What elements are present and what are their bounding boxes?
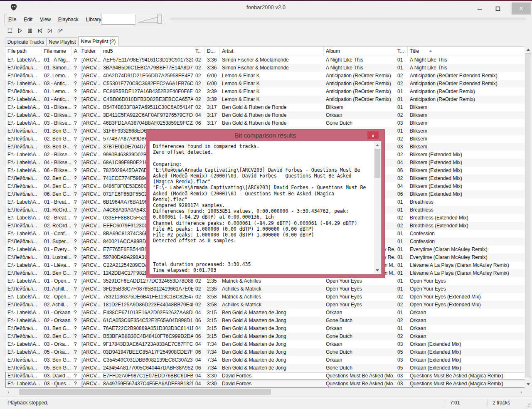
cell: David Forbes xyxy=(220,372,324,380)
table-row[interactable]: E:\- Labels\A...02 - Open...?[ARCV...783… xyxy=(5,293,525,301)
play-button[interactable] xyxy=(15,26,25,36)
cell: 01 - Orkaan xyxy=(42,309,72,317)
cell: E488CE671013E16A2D02F62637AA8DF6 xyxy=(101,309,193,317)
table-row[interactable]: E:\Лейблы\...02. Achill...?[ARCV...181D2… xyxy=(5,301,525,309)
table-row[interactable]: E:\- Labels\A...01 - A Nig...?[ARCV...AE… xyxy=(5,56,525,64)
cell: 3:30 xyxy=(205,372,220,380)
cell: E:\- Labels\A... xyxy=(5,309,42,317)
scroll-right-icon[interactable]: › xyxy=(518,389,525,395)
maximize-button[interactable] xyxy=(489,2,507,15)
dialog-scrollbar[interactable] xyxy=(374,142,381,273)
column-header-title[interactable]: Title xyxy=(408,47,525,56)
cell: 03. David ... xyxy=(42,372,72,380)
dialog-close-button[interactable]: x xyxy=(367,131,379,139)
titlebar[interactable]: foobar2000 v2.0 ✕ xyxy=(0,1,532,13)
table-row[interactable]: E:\- Labels\A...02 - Blikse...?[ARCV...3… xyxy=(5,111,525,119)
cell: [ARCV... xyxy=(79,340,101,348)
random-button[interactable]: ? xyxy=(55,26,65,36)
table-row[interactable]: E:\- Labels\A...03 - Antic...?[ARCV...C5… xyxy=(5,80,525,88)
dialog-scroll-thumb[interactable] xyxy=(374,149,380,178)
cell: Gone Dutch xyxy=(324,317,395,325)
scroll-down-icon[interactable] xyxy=(525,381,532,388)
table-row[interactable]: E:\- Labels\A...02 - Orkaan?[ARCV...61CA… xyxy=(5,317,525,325)
vertical-scroll-thumb[interactable] xyxy=(525,53,531,377)
tab-new-playlist[interactable]: New Playlist xyxy=(47,37,78,46)
column-header-file-path[interactable]: File path xyxy=(5,47,42,56)
menu-view[interactable]: View xyxy=(36,14,54,25)
cell: [ARCV... xyxy=(79,64,101,72)
column-header-t-[interactable]: T.. xyxy=(193,47,205,56)
cell: [ARCV... xyxy=(79,214,101,222)
cell: E:\Лейблы\... xyxy=(5,333,42,340)
cell: [ARCV... xyxy=(79,190,101,198)
table-row[interactable]: E:\- Labels\A...01 - Open...?[ARCV...352… xyxy=(5,277,525,285)
table-row[interactable]: E:\Лейблы\...03. David ...?[ARCV...E7FFD… xyxy=(5,372,525,380)
table-row[interactable]: E:\- Labels\A...03 - Orka...?[ARCV...9F1… xyxy=(5,340,525,348)
resize-grip[interactable] xyxy=(527,402,531,408)
table-row[interactable]: E:\Лейблы\...05. Ben G...?[ARCV...243454… xyxy=(5,364,525,372)
table-row[interactable]: E:\- Labels\A...01 - Orkaan?[ARCV...E488… xyxy=(5,309,525,317)
cell: 02 xyxy=(395,293,408,301)
column-header-album[interactable]: Album xyxy=(324,47,395,56)
column-header-file-name[interactable]: File name xyxy=(42,47,72,56)
cell: ? xyxy=(72,135,79,143)
table-row[interactable]: E:\Лейблы\...01. Achill...?[ARCV...3FD35… xyxy=(5,285,525,293)
vertical-scrollbar[interactable] xyxy=(525,46,532,388)
column-header-folder[interactable]: Folder xyxy=(79,47,101,56)
cell: ? xyxy=(72,190,79,198)
table-row[interactable]: E:\Лейблы\...01. Simon...?[ARCV...3BA94B… xyxy=(5,64,525,72)
stop-button[interactable] xyxy=(5,26,15,36)
next-button[interactable] xyxy=(45,26,55,36)
cell: [ARCV... xyxy=(79,111,101,119)
horizontal-scrollbar[interactable]: ‹ › xyxy=(5,389,525,395)
pause-button[interactable] xyxy=(25,26,35,36)
cell: A Night Like This xyxy=(324,64,395,72)
menu-file[interactable]: File xyxy=(5,14,20,25)
column-header-md5[interactable]: md5 xyxy=(101,47,193,56)
cell: E:\- Labels\A... xyxy=(5,380,42,388)
volume-slider[interactable] xyxy=(135,14,166,25)
search-input[interactable] xyxy=(101,14,137,25)
dialog-scroll-down-icon[interactable] xyxy=(374,267,381,273)
cell: 01 xyxy=(395,198,408,206)
dialog-titlebar[interactable]: Bit comparison results xyxy=(146,130,384,141)
cell: [ARCV... xyxy=(79,206,101,214)
table-row[interactable]: E:\Лейблы\...02. Ben G...?[ARCV...B53BFA… xyxy=(5,333,525,340)
column-header-artist[interactable]: Artist xyxy=(220,47,324,56)
cell: 3FD35B38C7F08765B012419661A7E0E2 xyxy=(101,285,193,293)
table-row[interactable]: E:\Лейблы\...01. Lemo...?[ARCV...FC86B5B… xyxy=(5,88,525,96)
cell: Open Your Eyes (Extended Mix) xyxy=(408,293,525,301)
cell: 04 xyxy=(193,380,205,388)
menu-edit[interactable]: Edit xyxy=(20,14,36,25)
tab-duplicate-tracks[interactable]: Duplicate Tracks xyxy=(5,37,47,46)
cell: 3:15 xyxy=(205,309,220,317)
minimize-button[interactable] xyxy=(470,2,489,15)
table-row[interactable]: E:\- Labels\A...05 - Orka...?[ARCV...03D… xyxy=(5,348,525,356)
cell: [ARCV... xyxy=(79,309,101,317)
table-row[interactable]: E:\- Labels\A...01 - Blikse...?[ARCV...B… xyxy=(5,103,525,111)
table-row[interactable]: E:\Лейблы\...03. Ben G...?[ARCV...C35454… xyxy=(5,356,525,364)
cell: 03 - Antic... xyxy=(42,80,72,88)
tab-new-playlist-2-[interactable]: New Playlist (2) xyxy=(78,36,118,46)
previous-button[interactable] xyxy=(35,26,45,36)
scroll-up-icon[interactable] xyxy=(525,46,532,53)
table-row[interactable]: E:\Лейблы\...02. Lemo...?[ARCV...40A2D74… xyxy=(5,72,525,80)
dialog-results-panel[interactable]: Differences found in compared tracks. Ze… xyxy=(149,141,382,274)
menu-playback[interactable]: Playback xyxy=(54,14,82,25)
scroll-left-icon[interactable]: ‹ xyxy=(5,389,12,395)
column-header-d-[interactable]: D... xyxy=(205,47,220,56)
table-row[interactable]: E:\- Labels\A...03 - Ques...?[ARCV...8A4… xyxy=(5,380,525,388)
horizontal-scroll-thumb[interactable] xyxy=(19,389,271,395)
close-button[interactable]: ✕ xyxy=(512,2,531,15)
minimize-icon xyxy=(477,6,482,11)
seekbar[interactable] xyxy=(170,17,526,20)
column-header-a[interactable]: A xyxy=(72,47,79,56)
column-header-t-[interactable]: T... xyxy=(395,47,408,56)
cell: [ARCV... xyxy=(79,103,101,111)
table-row[interactable]: E:\- Labels\A...03 - Blikse...?[ARCV...4… xyxy=(5,119,525,127)
table-row[interactable]: E:\- Labels\A...01 - Antic...?[ARCV...C4… xyxy=(5,96,525,103)
dialog-scroll-up-icon[interactable] xyxy=(374,142,381,148)
cell: ? xyxy=(72,356,79,364)
cell: 3D411C5FA922C6AF0AF97276579C7C03 xyxy=(101,111,193,119)
table-row[interactable]: E:\Лейблы\...01. Ben G...?[ARCV...76AE72… xyxy=(5,325,525,333)
